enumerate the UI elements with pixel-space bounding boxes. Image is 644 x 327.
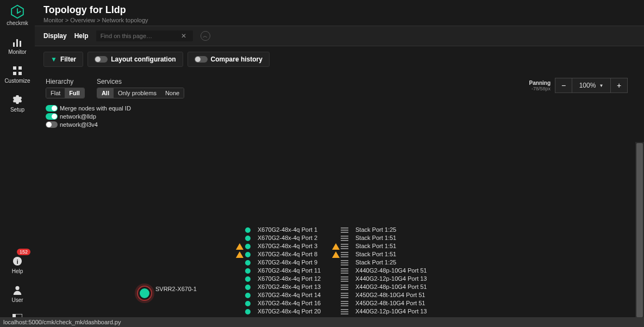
- port-node[interactable]: [245, 301, 251, 306]
- toggle-icon: [95, 56, 108, 63]
- switch-icon[interactable]: [341, 252, 348, 257]
- search-wrap: ✕: [96, 30, 193, 41]
- logo[interactable]: checkmk: [7, 4, 28, 26]
- switch-icon[interactable]: [341, 227, 348, 233]
- warning-icon: [332, 251, 340, 258]
- clear-icon[interactable]: ✕: [178, 32, 190, 40]
- zoom-panel: Panning -78/58px − 100%▼ +: [529, 78, 628, 93]
- port-left-label: X670G2-48x-4q Port 8: [258, 251, 317, 257]
- zoom-buttons: − 100%▼ +: [555, 78, 628, 93]
- nav-user[interactable]: User: [0, 280, 35, 309]
- switch-icon[interactable]: [341, 301, 348, 306]
- port-node[interactable]: [245, 268, 251, 274]
- nav-monitor[interactable]: Monitor: [0, 33, 35, 60]
- menu-bar: Display Help ✕ ︿: [35, 26, 644, 46]
- gear-icon: [12, 95, 22, 104]
- port-right-label: X440G2-12p-10G4 Port 13: [355, 275, 427, 282]
- port-left-label: X670G2-48x-4q Port 20: [258, 308, 321, 314]
- search-input[interactable]: [96, 30, 178, 41]
- svg-rect-2: [16, 39, 18, 47]
- nav-setup[interactable]: Setup: [0, 89, 35, 118]
- port-left-label: X670G2-48x-4q Port 1: [258, 226, 317, 233]
- switch-icon[interactable]: [341, 260, 348, 266]
- warning-icon: [236, 243, 243, 250]
- port-node[interactable]: [245, 309, 251, 314]
- port-left-label: X670G2-48x-4q Port 14: [258, 292, 321, 298]
- port-left-label: X670G2-48x-4q Port 11: [258, 267, 321, 274]
- port-node[interactable]: [245, 293, 251, 298]
- port-node[interactable]: [245, 260, 251, 266]
- port-right-label: X440G2-12p-10G4 Port 13: [355, 308, 427, 314]
- warning-icon: [332, 243, 340, 250]
- port-right-label: Stack Port 1:51: [355, 251, 396, 257]
- switch-icon[interactable]: [341, 285, 348, 290]
- port-right-label: Stack Port 1:51: [355, 235, 396, 241]
- toggle-icon: [195, 56, 208, 63]
- layout-button[interactable]: Layout configuration: [87, 52, 183, 67]
- switch-icon[interactable]: [341, 268, 348, 274]
- title-bar: Topology for Lldp Monitor > Overview > N…: [35, 0, 644, 26]
- switch-icon[interactable]: [341, 244, 348, 249]
- button-bar: ▼Filter Layout configuration Compare his…: [35, 46, 644, 72]
- scrollbar-thumb[interactable]: [636, 143, 643, 317]
- nav-customize[interactable]: Customize: [0, 60, 35, 89]
- warning-icon: [236, 251, 243, 258]
- chevron-down-icon: ▼: [599, 83, 603, 88]
- port-right-label: X450G2-48t-10G4 Port 51: [355, 292, 425, 298]
- svg-rect-1: [13, 42, 15, 47]
- svg-rect-3: [20, 41, 21, 47]
- port-node[interactable]: [245, 252, 251, 257]
- svg-rect-5: [18, 66, 22, 70]
- port-left-label: X670G2-48x-4q Port 16: [258, 300, 321, 306]
- user-icon: [12, 285, 22, 295]
- menu-help[interactable]: Help: [74, 32, 89, 40]
- port-left-label: X670G2-48x-4q Port 9: [258, 259, 317, 266]
- root-label: SVRR2-X670-1: [155, 286, 197, 292]
- port-left-label: X670G2-48x-4q Port 13: [258, 283, 321, 290]
- svg-point-10: [15, 286, 19, 290]
- zoom-in-button[interactable]: +: [610, 78, 628, 93]
- chevron-up-icon[interactable]: ︿: [201, 31, 210, 41]
- port-right-label: X450G2-48t-10G4 Port 51: [355, 300, 425, 306]
- svg-rect-4: [13, 66, 16, 70]
- port-node[interactable]: [245, 244, 251, 249]
- brand-text: checkmk: [7, 20, 28, 26]
- port-left-label: X670G2-48x-4q Port 12: [258, 275, 321, 282]
- bars-icon: [12, 38, 23, 47]
- port-left-label: X670G2-48x-4q Port 2: [258, 235, 317, 241]
- sidebar: checkmk Monitor Customize Setup 152 i He…: [0, 0, 35, 327]
- info-icon: i: [12, 256, 22, 266]
- port-right-label: X440G2-48p-10G4 Port 51: [355, 267, 427, 274]
- filter-icon: ▼: [51, 55, 57, 63]
- menu-display[interactable]: Display: [43, 32, 67, 40]
- port-node[interactable]: [245, 227, 251, 233]
- port-right-label: Stack Port 1:51: [355, 243, 396, 249]
- filter-button[interactable]: ▼Filter: [43, 52, 83, 67]
- compare-button[interactable]: Compare history: [187, 52, 270, 67]
- topology-canvas[interactable]: [35, 72, 198, 154]
- scrollbar[interactable]: [635, 142, 644, 317]
- breadcrumb: Monitor > Overview > Network topology: [43, 17, 635, 23]
- main: Topology for Lldp Monitor > Overview > N…: [35, 0, 644, 327]
- zoom-out-button[interactable]: −: [555, 78, 572, 93]
- nav-help[interactable]: 152 i Help: [0, 251, 35, 280]
- help-badge: 152: [17, 249, 30, 255]
- switch-icon[interactable]: [341, 293, 348, 298]
- root-node[interactable]: [138, 287, 151, 300]
- port-left-label: X670G2-48x-4q Port 3: [258, 243, 317, 249]
- port-node[interactable]: [245, 285, 251, 290]
- status-bar: localhost:5000/cmk/check_mk/dashboard.py: [0, 317, 644, 327]
- switch-icon[interactable]: [341, 236, 348, 241]
- port-right-label: Stack Port 1:25: [355, 226, 396, 233]
- zoom-level[interactable]: 100%▼: [572, 78, 610, 93]
- port-node[interactable]: [245, 236, 251, 241]
- port-right-label: X440G2-48p-10G4 Port 51: [355, 283, 427, 290]
- port-node[interactable]: [245, 276, 251, 282]
- port-right-label: Stack Port 1:25: [355, 259, 396, 266]
- zoom-info: Panning -78/58px: [529, 80, 551, 91]
- svg-rect-7: [18, 72, 22, 75]
- svg-rect-6: [13, 72, 16, 75]
- switch-icon[interactable]: [341, 309, 348, 314]
- page-title: Topology for Lldp: [43, 4, 635, 16]
- switch-icon[interactable]: [341, 276, 348, 282]
